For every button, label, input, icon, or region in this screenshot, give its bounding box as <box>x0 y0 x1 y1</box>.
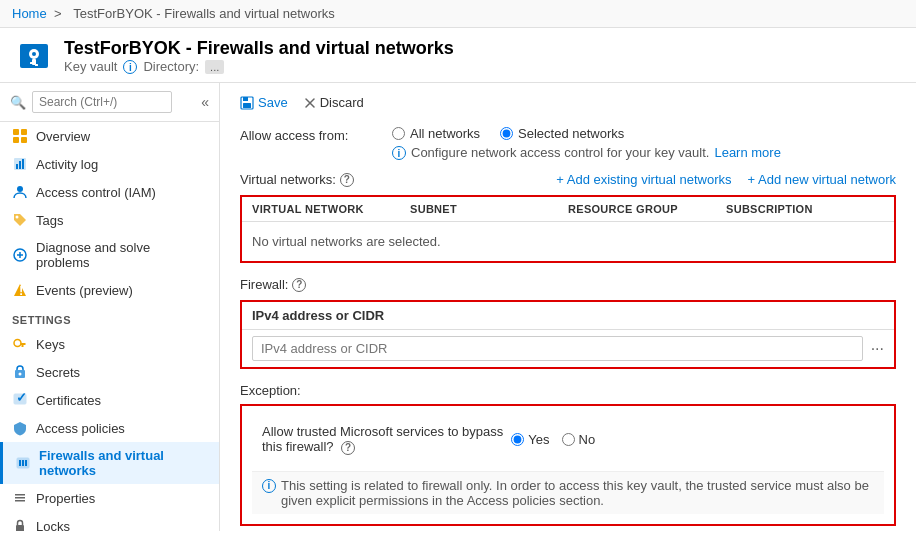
learn-more-link[interactable]: Learn more <box>714 145 780 160</box>
sidebar-label-access: Access policies <box>36 421 125 436</box>
svg-rect-25 <box>19 460 21 466</box>
activity-icon <box>12 156 28 172</box>
sidebar: 🔍 « Overview Activity log Access control… <box>0 83 220 531</box>
sidebar-label-iam: Access control (IAM) <box>36 185 156 200</box>
collapse-icon[interactable]: « <box>201 94 209 110</box>
vnet-section: Virtual networks: ? + Add existing virtu… <box>240 172 896 263</box>
firewall-box-header: IPv4 address or CIDR <box>242 302 894 330</box>
vnet-help-icon[interactable]: ? <box>340 173 354 187</box>
search-input[interactable] <box>32 91 172 113</box>
radio-no[interactable]: No <box>562 432 596 447</box>
svg-rect-35 <box>243 103 251 108</box>
locks-icon <box>12 518 28 531</box>
overview-icon <box>12 128 28 144</box>
radio-all-input[interactable] <box>392 127 405 140</box>
exception-help-icon[interactable]: ? <box>341 441 355 455</box>
sidebar-item-activity-log[interactable]: Activity log <box>0 150 219 178</box>
svg-point-2 <box>32 52 36 56</box>
firewall-icon <box>15 455 31 471</box>
svg-point-15 <box>16 216 19 219</box>
add-new-link[interactable]: + Add new virtual network <box>748 172 897 187</box>
sidebar-item-keys[interactable]: Keys <box>0 330 219 358</box>
sidebar-label-certificates: Certificates <box>36 393 101 408</box>
svg-rect-34 <box>243 97 248 101</box>
radio-selected-input[interactable] <box>500 127 513 140</box>
svg-point-21 <box>19 373 22 376</box>
sidebar-label-secrets: Secrets <box>36 365 80 380</box>
breadcrumb: Home > TestForBYOK - Firewalls and virtu… <box>0 0 916 28</box>
col-vnet: VIRTUAL NETWORK <box>252 203 410 215</box>
sidebar-label-activity: Activity log <box>36 157 98 172</box>
sidebar-item-properties[interactable]: Properties <box>0 484 219 512</box>
sidebar-item-events[interactable]: ! Events (preview) <box>0 276 219 304</box>
svg-rect-30 <box>15 500 25 502</box>
radio-yes-input[interactable] <box>511 433 524 446</box>
sidebar-label-events: Events (preview) <box>36 283 133 298</box>
sidebar-label-diagnose: Diagnose and solve problems <box>36 240 207 270</box>
firewall-label: Firewall: ? <box>240 277 896 292</box>
radio-yes[interactable]: Yes <box>511 432 549 447</box>
sidebar-item-firewalls[interactable]: Firewalls and virtual networks <box>0 442 219 484</box>
vnet-table: VIRTUAL NETWORK SUBNET RESOURCE GROUP SU… <box>240 195 896 263</box>
firewall-more-icon[interactable]: ··· <box>871 340 884 358</box>
secrets-icon <box>12 364 28 380</box>
page-title: TestForBYOK - Firewalls and virtual netw… <box>64 38 454 59</box>
exception-content: Allow trusted Microsoft services to bypa… <box>252 416 884 463</box>
sidebar-item-iam[interactable]: Access control (IAM) <box>0 178 219 206</box>
vnet-label: Virtual networks: ? <box>240 172 354 187</box>
sidebar-item-secrets[interactable]: Secrets <box>0 358 219 386</box>
svg-rect-5 <box>35 64 38 66</box>
search-icon: 🔍 <box>10 95 26 110</box>
subtitle-key: Key vault <box>64 59 117 74</box>
svg-rect-12 <box>19 161 21 169</box>
sidebar-item-locks[interactable]: Locks <box>0 512 219 531</box>
info-icon: i <box>392 146 406 160</box>
iam-icon <box>12 184 28 200</box>
svg-rect-9 <box>21 137 27 143</box>
svg-rect-29 <box>15 497 25 499</box>
exception-box: Allow trusted Microsoft services to bypa… <box>240 404 896 526</box>
sidebar-item-certificates[interactable]: ✓ Certificates <box>0 386 219 414</box>
radio-no-input[interactable] <box>562 433 575 446</box>
firewall-input-row: ··· <box>242 330 894 367</box>
svg-rect-28 <box>15 494 25 496</box>
page-subtitle: Key vault i Directory: ... <box>64 59 454 74</box>
col-rg: RESOURCE GROUP <box>568 203 726 215</box>
radio-all-networks[interactable]: All networks <box>392 126 480 141</box>
firewall-help-icon[interactable]: ? <box>292 278 306 292</box>
breadcrumb-home[interactable]: Home <box>12 6 47 21</box>
firewall-input[interactable] <box>252 336 863 361</box>
diagnose-icon <box>12 247 28 263</box>
toolbar: Save Discard <box>240 95 896 110</box>
svg-rect-13 <box>22 159 24 169</box>
col-subnet: SUBNET <box>410 203 568 215</box>
sidebar-item-overview[interactable]: Overview <box>0 122 219 150</box>
info-icon[interactable]: i <box>123 60 137 74</box>
page-header: TestForBYOK - Firewalls and virtual netw… <box>0 28 916 83</box>
properties-icon <box>12 490 28 506</box>
svg-rect-7 <box>21 129 27 135</box>
sidebar-label-properties: Properties <box>36 491 95 506</box>
svg-point-14 <box>17 186 23 192</box>
sidebar-label-overview: Overview <box>36 129 90 144</box>
sidebar-item-access-policies[interactable]: Access policies <box>0 414 219 442</box>
svg-rect-31 <box>16 525 24 531</box>
svg-rect-6 <box>13 129 19 135</box>
subtitle-dir: Directory: <box>143 59 199 74</box>
directory-badge: ... <box>205 60 224 74</box>
discard-button[interactable]: Discard <box>304 95 364 110</box>
save-button[interactable]: Save <box>240 95 288 110</box>
settings-section-label: Settings <box>0 304 219 330</box>
svg-rect-8 <box>13 137 19 143</box>
svg-rect-11 <box>16 164 18 169</box>
sidebar-item-tags[interactable]: Tags <box>0 206 219 234</box>
svg-rect-26 <box>22 460 24 466</box>
sidebar-label-tags: Tags <box>36 213 63 228</box>
add-existing-link[interactable]: + Add existing virtual networks <box>556 172 731 187</box>
sidebar-item-diagnose[interactable]: Diagnose and solve problems <box>0 234 219 276</box>
exception-radio-group: Yes No <box>511 432 595 447</box>
exception-info-text: This setting is related to firewall only… <box>281 478 874 508</box>
radio-selected-networks[interactable]: Selected networks <box>500 126 624 141</box>
vnet-header-row: Virtual networks: ? + Add existing virtu… <box>240 172 896 187</box>
certificates-icon: ✓ <box>12 392 28 408</box>
